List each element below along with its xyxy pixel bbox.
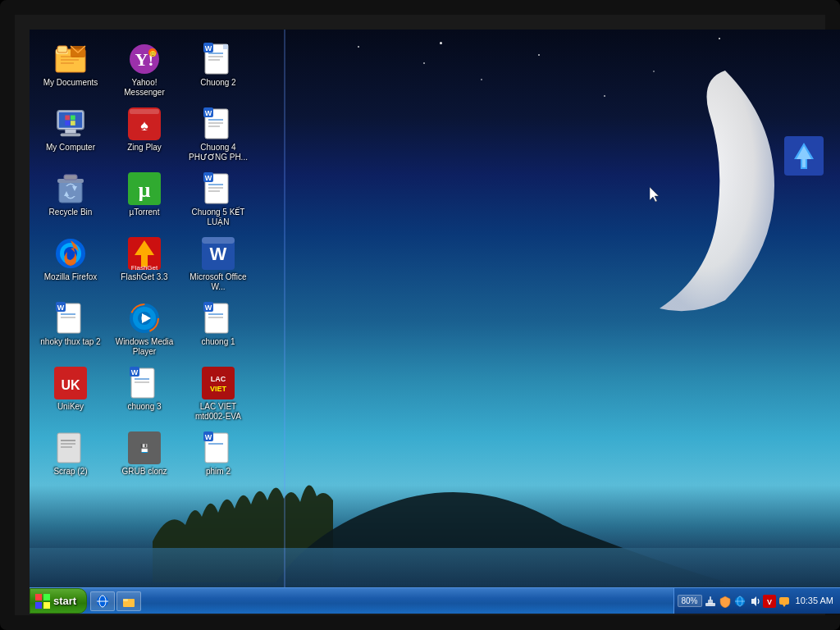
svg-rect-38 (64, 175, 77, 180)
svg-text:VIET: VIET (210, 385, 227, 393)
tray-icon-security[interactable] (719, 595, 732, 608)
icon-chuong2[interactable]: W Chuong 2 (181, 38, 255, 103)
nhoky-thux-label: nhoky thux tap 2 (40, 337, 100, 347)
svg-rect-46 (208, 190, 220, 192)
icon-flashget33[interactable]: FlashGet FlashGet 3.3 (107, 232, 181, 297)
svg-rect-54 (202, 237, 235, 244)
tray-icon-notify[interactable] (778, 595, 791, 608)
my-computer-label: My Computer (46, 143, 95, 153)
svg-text:FlashGet: FlashGet (131, 264, 158, 270)
star (719, 38, 720, 39)
zing-play-label: Zing Play (127, 143, 162, 153)
volume-value: 80% (682, 596, 698, 605)
chuong1-label: chuong 1 (201, 337, 235, 347)
unikey-label: UniKey (57, 402, 84, 412)
chuong2-icon: W (202, 43, 235, 75)
clock[interactable]: 10:35 AM (792, 595, 837, 606)
chuong5-label: Chuong 5 KẾT LUẬN (185, 208, 252, 227)
screen: My Documents Y! 😊 Yahoo! Messenger (30, 30, 840, 614)
svg-text:UK: UK (61, 378, 80, 392)
icon-yahoo-messenger[interactable]: Y! 😊 Yahoo! Messenger (107, 38, 181, 103)
icon-ms-office[interactable]: W Microsoft Office W... (181, 232, 255, 297)
icon-grid: My Documents Y! 😊 Yahoo! Messenger (34, 38, 296, 482)
start-button[interactable]: start (30, 588, 87, 614)
icon-unikey[interactable]: UK UniKey (34, 362, 107, 427)
svg-rect-92 (35, 602, 42, 609)
tray-icon-globe[interactable] (733, 595, 746, 608)
icon-my-documents[interactable]: My Documents (34, 38, 107, 103)
tray-icon-lang[interactable]: V (763, 595, 776, 608)
svg-text:W: W (57, 304, 65, 312)
icon-zing-play[interactable]: ♠ Zing Play (107, 103, 181, 167)
phim2-icon: W (202, 431, 235, 464)
icon-grub-clonz[interactable]: 💾 GRUB clonz (107, 427, 181, 482)
taskbar-tray: 80% (673, 588, 841, 614)
icon-chuong1[interactable]: W chuong 1 (181, 297, 255, 362)
svg-rect-69 (208, 317, 223, 318)
windows-media-label: Windows Media Player (111, 337, 178, 357)
icon-scrap2[interactable]: Scrap (2) (34, 427, 107, 482)
svg-rect-4 (61, 59, 79, 61)
icon-chuong5[interactable]: W Chuong 5 KẾT LUẬN (181, 167, 255, 232)
chuong3-label: chuong 3 (127, 402, 161, 412)
svg-text:V: V (767, 598, 772, 606)
moon (594, 54, 774, 317)
unikey-icon: UK (54, 367, 87, 399)
svg-rect-35 (208, 126, 220, 127)
icon-chuong4[interactable]: W Chuong 4 PHƯƠNG PH... (181, 103, 255, 167)
flashget-tray-icon[interactable] (784, 136, 824, 176)
windows-logo (35, 594, 50, 609)
nhoky-thux-icon: W (54, 302, 87, 335)
recycle-bin-icon (54, 172, 87, 205)
taskbar: start (30, 587, 840, 614)
phim2-label: phim 2 (206, 467, 231, 477)
quicklaunch-ie[interactable] (90, 591, 115, 611)
start-label: start (53, 595, 76, 607)
icon-mozilla-firefox[interactable]: Mozilla Firefox (34, 232, 107, 297)
svg-rect-83 (61, 446, 72, 448)
svg-rect-29 (130, 109, 159, 114)
svg-rect-76 (135, 381, 149, 383)
icon-nhoky-thux[interactable]: W nhoky thux tap 2 (34, 297, 107, 362)
svg-text:😊: 😊 (149, 50, 157, 57)
svg-rect-14 (208, 52, 223, 54)
grub-clonz-icon: 💾 (128, 431, 161, 464)
svg-rect-81 (61, 440, 75, 441)
mozilla-firefox-label: Mozilla Firefox (44, 272, 97, 282)
scrap2-icon (54, 431, 87, 464)
ms-office-icon: W (202, 237, 235, 270)
utorrent-label: µTorrent (130, 208, 160, 217)
icon-windows-media[interactable]: Windows Media Player (107, 297, 181, 362)
icon-lac-viet[interactable]: LAC VIET LAC VIET mtd002-EVA (181, 362, 255, 427)
svg-rect-45 (208, 187, 223, 189)
volume-indicator[interactable]: 80% (678, 595, 702, 607)
icon-utorrent[interactable]: µ µTorrent (107, 167, 181, 232)
icon-chuong3[interactable]: W chuong 3 (107, 362, 181, 427)
tray-icon-network[interactable] (704, 595, 717, 608)
svg-rect-59 (61, 317, 75, 318)
chuong4-label: Chuong 4 PHƯƠNG PH... (185, 143, 252, 162)
flashget33-icon: FlashGet (128, 237, 161, 270)
recycle-bin-label: Recycle Bin (49, 208, 93, 217)
svg-rect-93 (43, 602, 50, 609)
star (481, 79, 482, 80)
svg-rect-82 (61, 443, 75, 445)
icon-phim2[interactable]: W phim 2 (181, 427, 255, 482)
svg-text:W: W (210, 244, 227, 264)
tray-icon-volume[interactable] (748, 595, 761, 608)
icon-my-computer[interactable]: My Computer (34, 103, 107, 167)
svg-rect-24 (71, 116, 75, 121)
svg-rect-23 (65, 116, 70, 121)
quicklaunch-folder[interactable] (116, 591, 141, 611)
svg-text:💾: 💾 (139, 443, 150, 454)
icon-recycle-bin[interactable]: Recycle Bin (34, 167, 107, 232)
svg-rect-26 (71, 121, 75, 126)
svg-rect-33 (208, 119, 223, 121)
monitor-frame: My Documents Y! 😊 Yahoo! Messenger (0, 0, 840, 630)
svg-text:W: W (205, 44, 212, 52)
svg-rect-21 (65, 130, 75, 134)
svg-text:W: W (205, 304, 212, 312)
star (358, 46, 359, 48)
my-documents-label: My Documents (43, 78, 98, 88)
svg-rect-98 (123, 599, 128, 601)
